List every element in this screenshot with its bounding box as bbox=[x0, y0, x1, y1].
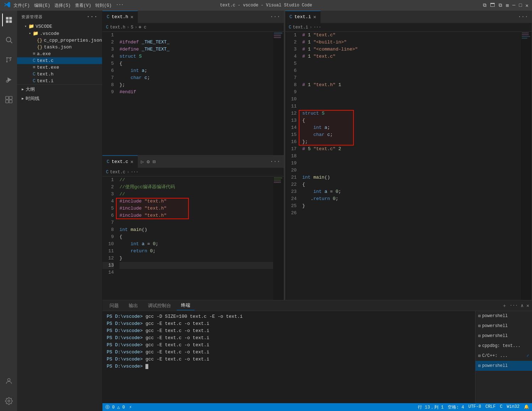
terminal-item-powershell-active[interactable]: ⊡ powershell bbox=[475, 361, 532, 371]
menu-edit[interactable]: 编辑(E) bbox=[34, 2, 50, 9]
menu-select[interactable]: 选择(S) bbox=[54, 2, 71, 9]
terminal-content[interactable]: PS D:\vscode> gcc -D SIZE=100 text.c -E … bbox=[102, 311, 475, 403]
run-icon[interactable]: ▷ bbox=[141, 159, 144, 165]
status-platform[interactable]: Win32 bbox=[507, 404, 520, 410]
activity-account[interactable] bbox=[2, 375, 15, 388]
panel-body: PS D:\vscode> gcc -D SIZE=100 text.c -E … bbox=[102, 311, 532, 403]
minimize-button[interactable]: ─ bbox=[512, 2, 515, 9]
menu-file[interactable]: 文件(F) bbox=[14, 2, 30, 9]
sidebar-item-label: c_cpp_properties.json bbox=[44, 38, 102, 43]
terminal-item-powershell3[interactable]: ⊡ powershell bbox=[475, 331, 532, 341]
layout3-icon[interactable]: ⧉ bbox=[499, 2, 502, 9]
terminal-item-cppdbg[interactable]: ⚙ cppdbg: text... bbox=[475, 341, 532, 351]
menu-view[interactable]: 查看(V) bbox=[75, 2, 91, 9]
activity-explorer[interactable] bbox=[2, 14, 15, 26]
titlebar-menu[interactable]: 文件(F) 编辑(E) 选择(S) 查看(V) 转到(G) ··· bbox=[14, 2, 124, 9]
status-position[interactable]: 行 13，列 1 bbox=[418, 404, 443, 410]
tab-texth[interactable]: C text.h ✕ bbox=[102, 11, 138, 23]
code-line: # 1 "text.c" bbox=[302, 32, 521, 39]
status-spaces[interactable]: 空格: 4 bbox=[448, 404, 464, 410]
sidebar-item-cpp-properties[interactable]: {} c_cpp_properties.json bbox=[17, 37, 102, 44]
status-notification-icon[interactable]: 🔔 bbox=[524, 404, 529, 410]
tab-menu-icon[interactable]: ··· bbox=[266, 14, 284, 20]
layout-icon[interactable]: ⧉ bbox=[483, 2, 486, 9]
panel-collapse-icon[interactable]: ∧ bbox=[521, 303, 523, 309]
tab-texti[interactable]: C text.i ✕ bbox=[285, 11, 321, 23]
minimap-texth bbox=[273, 32, 284, 155]
tab-close-icon[interactable]: ✕ bbox=[131, 159, 133, 165]
panel: 问题 输出 调试控制台 终端 ＋ ··· ∧ ✕ PS D:\vscode> g… bbox=[102, 300, 532, 403]
activity-bottom bbox=[2, 375, 15, 411]
folder-icon: 📁 bbox=[33, 31, 38, 36]
status-lightning[interactable]: ⚡ bbox=[129, 405, 132, 410]
tab-close-icon[interactable]: ✕ bbox=[313, 14, 316, 20]
split-editor-icon[interactable]: ⊟ bbox=[153, 159, 155, 165]
tab-menu-icon[interactable]: ··· bbox=[514, 14, 532, 20]
layout4-icon[interactable]: ⊞ bbox=[506, 2, 509, 9]
sidebar-item-timeline[interactable]: ▶ 时间线 bbox=[17, 94, 102, 103]
sidebar-item-textexe[interactable]: ≡ text.exe bbox=[17, 64, 102, 71]
code-content-texti: # 1 "text.c" # 1 "<built-in>" # 1 "<comm… bbox=[299, 32, 521, 300]
activity-extensions[interactable] bbox=[2, 93, 15, 106]
checkmark-icon: ✓ bbox=[527, 352, 529, 359]
code-editor-textc[interactable]: 1 2 3 4 5 6 7 8 9 10 11 12 13 bbox=[102, 176, 284, 300]
debug-icon[interactable]: ⚙ bbox=[147, 159, 150, 165]
code-line: #include "text.h" bbox=[119, 212, 273, 219]
code-content-textc: // //使用gcc编译器编译代码 // #include "text.h" #… bbox=[117, 176, 273, 300]
sidebar-item-texth[interactable]: C text.h bbox=[17, 71, 102, 78]
status-line-ending[interactable]: CRLF bbox=[485, 404, 496, 410]
code-line bbox=[302, 60, 521, 67]
sidebar-item-tasks[interactable]: {} tasks.json bbox=[17, 44, 102, 51]
activity-search[interactable] bbox=[2, 33, 15, 46]
code-line: #endif bbox=[119, 89, 273, 96]
sidebar-item-label: text.i bbox=[37, 78, 54, 84]
status-language[interactable]: C bbox=[500, 404, 502, 410]
sidebar-item-dotvscode[interactable]: ▾ 📁 .vscode bbox=[17, 30, 102, 37]
terminal-item-powershell2[interactable]: ⊡ powershell bbox=[475, 321, 532, 331]
tab-menu-icon[interactable]: ··· bbox=[266, 158, 284, 165]
terminal-item-cpp[interactable]: ⊡ C/C++: ... ✓ bbox=[475, 351, 532, 361]
panel-close-icon[interactable]: ✕ bbox=[526, 303, 529, 309]
exe-icon: ≡ bbox=[33, 65, 36, 70]
code-line: // bbox=[119, 191, 273, 198]
panel-tab-terminal[interactable]: 终端 bbox=[177, 301, 195, 310]
maximize-button[interactable]: □ bbox=[519, 2, 522, 9]
activity-settings[interactable] bbox=[2, 395, 15, 407]
code-editor-texti[interactable]: 1 2 3 4 5 6 7 8 9 10 11 12 13 14 bbox=[285, 32, 532, 300]
status-errors[interactable]: ⓪ 0 △ 0 bbox=[105, 404, 125, 410]
panel-tab-problems[interactable]: 问题 bbox=[105, 301, 123, 310]
close-button[interactable]: ✕ bbox=[526, 2, 528, 9]
code-line: #include "text.h" bbox=[119, 198, 273, 205]
panel-more-icon[interactable]: ··· bbox=[510, 303, 518, 308]
menu-goto[interactable]: 转到(G) bbox=[95, 2, 112, 9]
add-terminal-icon[interactable]: ＋ bbox=[502, 302, 507, 309]
activity-run[interactable] bbox=[2, 73, 15, 86]
layout2-icon[interactable]: 🗖 bbox=[490, 2, 495, 9]
sidebar-menu-icon[interactable]: ··· bbox=[86, 14, 98, 20]
sidebar-item-outline[interactable]: ▶ 大纲 bbox=[17, 85, 102, 94]
sidebar-item-texti[interactable]: C text.i bbox=[17, 78, 102, 84]
line-numbers: 1 2 3 4 5 6 7 8 9 bbox=[102, 32, 117, 155]
sidebar-item-vscode[interactable]: ▾ 📁 VSCODE bbox=[17, 23, 102, 30]
tab-textc[interactable]: C text.c ✕ bbox=[102, 156, 138, 168]
breadcrumb-item: text.c bbox=[110, 170, 125, 175]
terminal-cursor bbox=[145, 364, 148, 369]
activity-source-control[interactable] bbox=[2, 53, 15, 66]
status-encoding[interactable]: UTF-8 bbox=[468, 404, 481, 410]
sidebar-item-textc[interactable]: C text.c bbox=[17, 57, 102, 64]
tab-bar-textc: C text.c ✕ ▷ ⚙ ⊟ ··· bbox=[102, 156, 284, 168]
panel-tab-debug[interactable]: 调试控制台 bbox=[144, 301, 175, 310]
tab-close-icon[interactable]: ✕ bbox=[131, 14, 133, 20]
svg-point-2 bbox=[6, 57, 8, 59]
code-editor-texth[interactable]: 1 2 3 4 5 6 7 8 9 #ifndef _THE_TE bbox=[102, 32, 284, 155]
code-line: struct S bbox=[302, 110, 521, 117]
breadcrumb-item: C bbox=[106, 170, 108, 175]
breadcrumb-textc: C text.c › ··· bbox=[102, 168, 284, 176]
window-controls[interactable]: ⧉ 🗖 ⧉ ⊞ ─ □ ✕ bbox=[483, 2, 528, 9]
sidebar-item-aexe[interactable]: ≡ a.exe bbox=[17, 51, 102, 57]
code-line: { bbox=[302, 181, 521, 188]
panel-tab-output[interactable]: 输出 bbox=[124, 301, 142, 310]
terminal-item-powershell1[interactable]: ⊡ powershell bbox=[475, 311, 532, 321]
terminal-line: PS D:\vscode> gcc -E text.c -o text.i bbox=[107, 327, 471, 334]
menu-more[interactable]: ··· bbox=[116, 2, 124, 9]
